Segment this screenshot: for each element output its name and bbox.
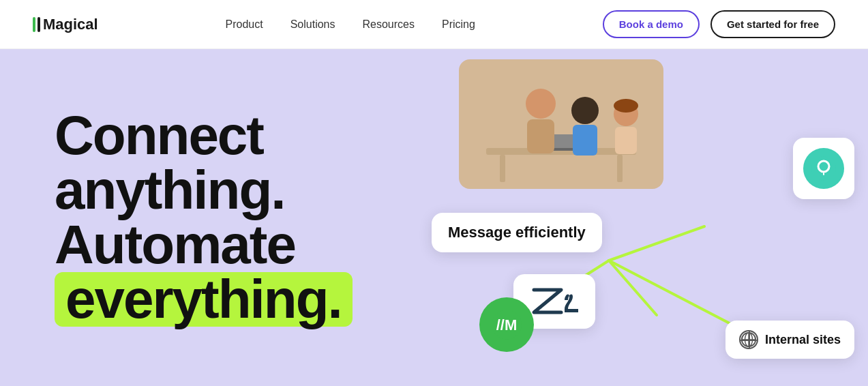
logo-icon	[33, 17, 40, 32]
message-efficiently-card: Message efficiently	[432, 213, 602, 252]
hero-line1: Connect	[55, 105, 263, 166]
logo-text: Magical	[43, 16, 98, 33]
hero-visual: Message efficiently	[418, 49, 868, 386]
internal-sites-text: Internal sites	[765, 333, 841, 347]
nav-resources[interactable]: Resources	[363, 18, 415, 31]
internal-sites-card: Internal sites	[725, 321, 854, 359]
svg-text://M: //M	[496, 316, 518, 333]
hero-line2: anything.	[55, 160, 285, 220]
hero-section: Connect anything. Automate everything.	[0, 49, 868, 386]
svg-rect-1	[500, 155, 505, 182]
logo[interactable]: Magical	[33, 16, 98, 33]
svg-rect-18	[821, 171, 826, 173]
svg-point-5	[526, 89, 556, 119]
svg-point-7	[571, 97, 599, 124]
logo-bar-dark	[38, 17, 40, 32]
navbar: Magical Product Solutions Resources Pric…	[0, 0, 868, 49]
nav-pricing[interactable]: Pricing	[442, 18, 475, 31]
svg-line-15	[609, 261, 657, 315]
nav-actions: Book a demo Get started for free	[603, 10, 835, 38]
get-started-button[interactable]: Get started for free	[710, 10, 835, 38]
people-illustration	[459, 59, 663, 189]
svg-rect-10	[615, 127, 637, 154]
svg-point-25	[745, 333, 752, 346]
intercom-card	[793, 138, 854, 199]
svg-point-16	[811, 156, 836, 181]
hero-line3: Automate	[55, 214, 295, 275]
book-demo-button[interactable]: Book a demo	[603, 10, 700, 38]
svg-rect-8	[573, 125, 597, 155]
message-card-text: Message efficiently	[448, 224, 586, 241]
globe-icon	[739, 330, 758, 349]
svg-rect-19	[823, 173, 824, 175]
magical-m-circle: //M	[479, 297, 534, 352]
nav-product[interactable]: Product	[226, 18, 263, 31]
nav-links: Product Solutions Resources Pricing	[226, 18, 475, 31]
svg-point-22	[742, 333, 755, 346]
zendesk-logo	[530, 286, 578, 317]
svg-rect-2	[617, 155, 623, 182]
hero-headline: Connect anything. Automate everything.	[55, 108, 353, 327]
nav-solutions[interactable]: Solutions	[290, 18, 335, 31]
logo-bar-green	[33, 17, 35, 32]
hero-line4: everything.	[55, 272, 353, 327]
hero-title: Connect anything. Automate everything.	[55, 108, 353, 327]
svg-point-11	[614, 99, 638, 113]
people-photo	[459, 59, 663, 189]
svg-rect-6	[527, 119, 554, 153]
svg-line-13	[609, 226, 704, 261]
intercom-icon	[803, 148, 844, 189]
